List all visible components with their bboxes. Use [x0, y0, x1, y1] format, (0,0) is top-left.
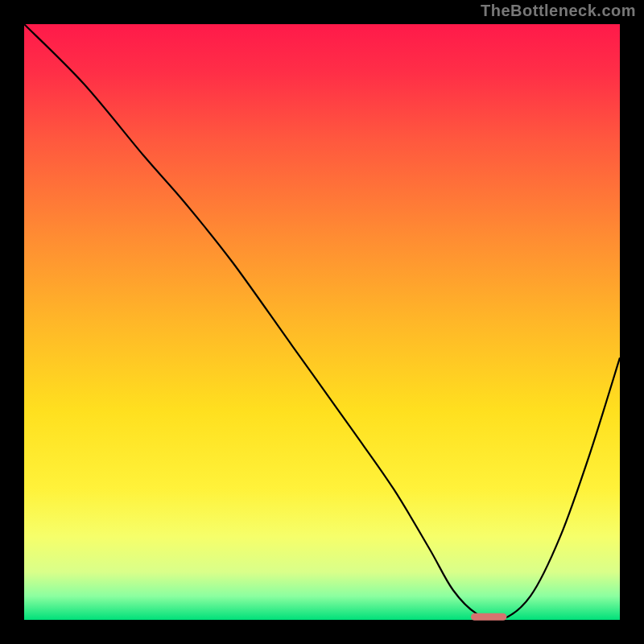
chart-background — [24, 24, 620, 620]
optimal-range-marker — [471, 613, 506, 621]
chart-frame: TheBottleneck.com — [0, 0, 644, 644]
bottleneck-chart — [0, 0, 644, 644]
